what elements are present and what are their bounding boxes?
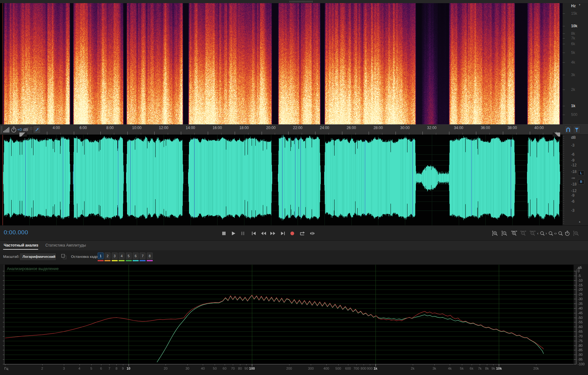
scroll-down-icon[interactable]: ▾	[579, 3, 580, 6]
waveform-panel: dB -3-6-9-12-18-∞-18-12-9-6-3 L R ▴	[0, 135, 588, 225]
skip-to-start-button[interactable]	[249, 229, 258, 237]
frequency-tick-label: 2k	[571, 87, 575, 92]
x-axis-label: 200	[286, 367, 292, 370]
hold-button-3[interactable]: 3	[112, 253, 118, 259]
x-axis-label: 50	[213, 367, 217, 370]
hold-color-bar	[105, 260, 110, 261]
y-axis-label: -50	[578, 316, 583, 320]
frequency-tick	[563, 90, 565, 90]
x-axis-label: 2k	[411, 367, 415, 370]
gain-readout[interactable]: +0 dB	[17, 127, 28, 132]
y-axis-label: -15	[578, 283, 583, 287]
x-axis-label: 8	[115, 367, 117, 370]
hold-button-1[interactable]: 1	[98, 253, 104, 259]
x-axis-label: 5k	[460, 367, 464, 370]
x-axis-label: 20k	[533, 367, 539, 370]
frequency-tick	[563, 75, 565, 75]
loop-playback-button[interactable]	[298, 229, 307, 237]
tab-amplitude-statistics[interactable]: Статистика Амплитуды	[45, 243, 86, 247]
stop-button[interactable]	[220, 229, 228, 237]
frequency-tick-label: 500	[571, 112, 577, 117]
audition-workspace: Hz ▾ 15k10k8k7k6k5k4k3k2k1k500 4:006:008…	[0, 0, 588, 375]
frequency-tick	[563, 34, 565, 34]
restore-playback-time-button[interactable]	[563, 229, 572, 237]
play-button[interactable]	[229, 229, 238, 237]
record-button[interactable]	[288, 229, 297, 237]
frequency-tick	[563, 26, 565, 26]
timeline-label: 10:00	[132, 126, 141, 130]
channel-badge-left[interactable]: L	[578, 170, 584, 176]
timeline-label: 28:00	[373, 126, 383, 130]
gain-value: +0	[17, 127, 22, 132]
zoom-in-selection-start-button[interactable]: ‹	[537, 229, 546, 237]
y-axis-label: -25	[578, 292, 583, 296]
frequency-tick-label: 1k	[571, 104, 575, 108]
hold-button-2[interactable]: 2	[105, 253, 110, 259]
frequency-scale[interactable]: Hz ▾ 15k10k8k7k6k5k4k3k2k1k500	[562, 3, 588, 124]
fade-out-handle[interactable]	[553, 133, 560, 137]
amplitude-tick-label: -12	[571, 163, 576, 167]
tab-frequency-analysis[interactable]: Частотный анализ	[4, 243, 38, 247]
playhead-line[interactable]	[3, 135, 3, 225]
zoom-out-time-button[interactable]	[519, 229, 528, 237]
panel-menu-icon[interactable]: ≡	[34, 243, 37, 247]
x-axis-label: 4	[79, 367, 80, 370]
x-axis-label: 300	[308, 367, 314, 370]
level-meter-icon[interactable]	[3, 127, 10, 133]
y-axis-label: -10	[578, 279, 583, 282]
amplitude-tick-label: -6	[571, 152, 575, 157]
hold-label: Остановка кадра:	[71, 255, 100, 258]
snap-magnet-button[interactable]	[564, 126, 572, 133]
spectrogram-display[interactable]	[3, 3, 562, 124]
rewind-button[interactable]	[259, 229, 268, 237]
x-axis-label: 2	[41, 367, 43, 370]
hold-button-5[interactable]: 5	[126, 253, 132, 259]
playhead-line[interactable]	[3, 3, 3, 124]
selection-cursor-button[interactable]	[33, 126, 41, 133]
zoom-full-amplitude-button[interactable]	[572, 229, 581, 237]
amplitude-scale[interactable]: dB -3-6-9-12-18-∞-18-12-9-6-3 L R ▴	[562, 135, 588, 225]
marker-button[interactable]	[573, 126, 580, 133]
y-axis-label: -100	[578, 362, 585, 366]
frequency-tick	[563, 13, 565, 14]
clock-icon[interactable]	[11, 126, 17, 133]
timeline-label: 18:00	[239, 126, 249, 130]
skip-to-end-button[interactable]	[279, 229, 287, 237]
frequency-tick-label: 5k	[571, 50, 575, 55]
zoom-in-selection-end-button[interactable]: ›	[545, 229, 554, 237]
hold-button-8[interactable]: 8	[147, 253, 153, 259]
waveform-display[interactable]	[3, 135, 562, 225]
zoom-in-amplitude-button[interactable]	[491, 229, 500, 237]
frequency-tick-label: 3k	[571, 73, 575, 77]
current-time-display[interactable]: 0:00.000	[4, 229, 28, 236]
brace-glyph: ›	[546, 231, 547, 236]
channel-badge-right[interactable]: R	[578, 179, 584, 185]
grip-dots-icon[interactable]	[1, 126, 2, 133]
zoom-reset-button[interactable]	[528, 229, 537, 237]
zoom-to-selection-button[interactable]: ‹›	[554, 229, 563, 237]
copy-frame-button[interactable]	[61, 254, 66, 259]
hold-color-bar	[133, 260, 139, 261]
frequency-tick	[563, 53, 565, 53]
frequency-analysis-plot[interactable]	[0, 264, 588, 375]
pause-button[interactable]	[238, 229, 247, 237]
fade-in-handle[interactable]	[19, 133, 27, 137]
zoom-out-amplitude-button[interactable]	[500, 229, 509, 237]
x-axis-label: 9k	[492, 367, 495, 370]
hold-button-4[interactable]: 4	[119, 253, 125, 259]
scroll-up-icon[interactable]: ▴	[579, 220, 580, 223]
x-axis-label: 10k	[496, 367, 502, 370]
y-axis-label: 0	[578, 269, 580, 273]
skip-selection-button[interactable]	[308, 229, 317, 237]
drag-handle-icon[interactable]	[289, 1, 313, 3]
zoom-in-time-button[interactable]	[510, 229, 519, 237]
amplitude-tick-label: -12	[571, 189, 576, 193]
scale-select[interactable]: Логарифмический	[19, 253, 56, 261]
frequency-analysis-controls: Масштаб: Логарифмический Остановка кадра…	[0, 250, 588, 264]
hold-button-6[interactable]: 6	[133, 253, 139, 259]
hold-button-7[interactable]: 7	[140, 253, 146, 259]
brace-glyph: ‹	[537, 231, 539, 236]
fast-forward-button[interactable]	[268, 229, 277, 237]
y-axis-label: -90	[578, 353, 583, 357]
toolbar-separator	[32, 126, 33, 133]
